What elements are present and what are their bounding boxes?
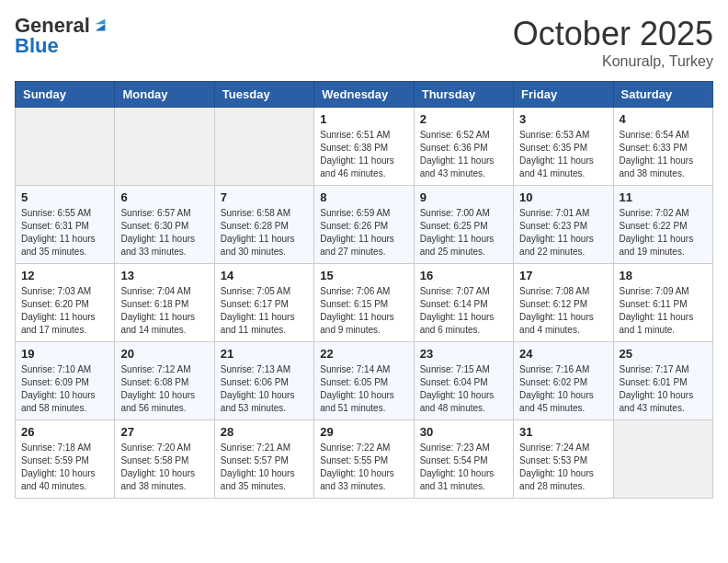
calendar-week-row: 5Sunrise: 6:55 AMSunset: 6:31 PMDaylight… [16, 186, 713, 264]
title-block: October 2025 Konuralp, Turkey [513, 15, 713, 70]
day-info: Sunrise: 6:53 AMSunset: 6:35 PMDaylight:… [519, 129, 607, 180]
calendar-cell: 21Sunrise: 7:13 AMSunset: 6:06 PMDayligh… [214, 342, 313, 420]
calendar-cell [613, 420, 712, 499]
calendar-cell [214, 108, 313, 186]
calendar-table: SundayMondayTuesdayWednesdayThursdayFrid… [15, 81, 713, 499]
logo-icon [92, 17, 108, 34]
day-info: Sunrise: 7:12 AMSunset: 6:08 PMDaylight:… [120, 363, 208, 415]
day-info: Sunrise: 6:52 AMSunset: 6:36 PMDaylight:… [420, 129, 507, 180]
calendar-cell: 1Sunrise: 6:51 AMSunset: 6:38 PMDaylight… [314, 108, 414, 186]
calendar-cell: 2Sunrise: 6:52 AMSunset: 6:36 PMDaylight… [414, 108, 513, 186]
page-header: General Blue October 2025 Konuralp, Turk… [15, 15, 713, 70]
day-info: Sunrise: 7:06 AMSunset: 6:15 PMDaylight:… [320, 285, 407, 337]
logo-blue: Blue [15, 35, 108, 57]
calendar-cell: 8Sunrise: 6:59 AMSunset: 6:26 PMDaylight… [314, 186, 414, 264]
calendar-cell: 14Sunrise: 7:05 AMSunset: 6:17 PMDayligh… [214, 264, 313, 342]
day-info: Sunrise: 7:23 AMSunset: 5:54 PMDaylight:… [420, 442, 507, 493]
day-info: Sunrise: 6:59 AMSunset: 6:26 PMDaylight:… [320, 207, 407, 259]
day-number: 8 [320, 190, 407, 204]
calendar-cell: 4Sunrise: 6:54 AMSunset: 6:33 PMDaylight… [613, 108, 712, 186]
day-number: 18 [620, 269, 707, 282]
month-title: October 2025 [513, 15, 713, 53]
day-number: 25 [620, 347, 707, 361]
day-info: Sunrise: 6:55 AMSunset: 6:31 PMDaylight:… [21, 207, 108, 259]
calendar-cell: 5Sunrise: 6:55 AMSunset: 6:31 PMDaylight… [16, 186, 115, 264]
day-info: Sunrise: 7:22 AMSunset: 5:55 PMDaylight:… [320, 442, 407, 493]
day-info: Sunrise: 7:24 AMSunset: 5:53 PMDaylight:… [519, 442, 607, 493]
day-number: 28 [221, 425, 308, 439]
day-info: Sunrise: 7:04 AMSunset: 6:18 PMDaylight:… [120, 285, 208, 337]
calendar-cell: 29Sunrise: 7:22 AMSunset: 5:55 PMDayligh… [314, 420, 414, 499]
calendar-week-row: 26Sunrise: 7:18 AMSunset: 5:59 PMDayligh… [16, 420, 713, 499]
calendar-cell: 13Sunrise: 7:04 AMSunset: 6:18 PMDayligh… [115, 264, 214, 342]
calendar-cell: 27Sunrise: 7:20 AMSunset: 5:58 PMDayligh… [115, 420, 214, 499]
calendar-cell: 31Sunrise: 7:24 AMSunset: 5:53 PMDayligh… [514, 420, 613, 499]
calendar-cell: 28Sunrise: 7:21 AMSunset: 5:57 PMDayligh… [214, 420, 313, 499]
calendar-cell: 10Sunrise: 7:01 AMSunset: 6:23 PMDayligh… [514, 186, 613, 264]
day-info: Sunrise: 6:57 AMSunset: 6:30 PMDaylight:… [120, 207, 208, 259]
calendar-cell: 3Sunrise: 6:53 AMSunset: 6:35 PMDaylight… [514, 108, 613, 186]
day-number: 16 [420, 269, 507, 282]
calendar-week-row: 12Sunrise: 7:03 AMSunset: 6:20 PMDayligh… [16, 264, 713, 342]
day-info: Sunrise: 6:58 AMSunset: 6:28 PMDaylight:… [221, 207, 308, 259]
svg-marker-1 [96, 19, 106, 24]
day-number: 7 [221, 190, 308, 204]
day-number: 31 [519, 425, 607, 439]
day-info: Sunrise: 7:15 AMSunset: 6:04 PMDaylight:… [420, 363, 507, 415]
calendar-cell: 7Sunrise: 6:58 AMSunset: 6:28 PMDaylight… [214, 186, 313, 264]
day-number: 20 [120, 347, 208, 361]
day-info: Sunrise: 7:09 AMSunset: 6:11 PMDaylight:… [620, 285, 707, 337]
calendar-week-row: 1Sunrise: 6:51 AMSunset: 6:38 PMDaylight… [16, 108, 713, 186]
day-number: 24 [519, 347, 607, 361]
day-info: Sunrise: 7:05 AMSunset: 6:17 PMDaylight:… [221, 285, 308, 337]
day-info: Sunrise: 7:16 AMSunset: 6:02 PMDaylight:… [519, 363, 607, 415]
calendar-cell [16, 108, 115, 186]
calendar-cell: 25Sunrise: 7:17 AMSunset: 6:01 PMDayligh… [613, 342, 712, 420]
day-info: Sunrise: 6:54 AMSunset: 6:33 PMDaylight:… [620, 129, 707, 180]
day-info: Sunrise: 7:02 AMSunset: 6:22 PMDaylight:… [620, 207, 707, 259]
calendar-cell: 19Sunrise: 7:10 AMSunset: 6:09 PMDayligh… [16, 342, 115, 420]
col-header-friday: Friday [514, 82, 613, 108]
day-number: 13 [120, 269, 208, 282]
calendar-cell: 30Sunrise: 7:23 AMSunset: 5:54 PMDayligh… [414, 420, 513, 499]
day-number: 15 [320, 269, 407, 282]
col-header-thursday: Thursday [414, 82, 513, 108]
day-info: Sunrise: 7:10 AMSunset: 6:09 PMDaylight:… [21, 363, 108, 415]
day-number: 23 [420, 347, 507, 361]
day-info: Sunrise: 7:07 AMSunset: 6:14 PMDaylight:… [420, 285, 507, 337]
day-info: Sunrise: 7:00 AMSunset: 6:25 PMDaylight:… [420, 207, 507, 259]
day-number: 17 [519, 269, 607, 282]
col-header-monday: Monday [115, 82, 214, 108]
logo: General Blue [15, 15, 108, 57]
day-number: 5 [21, 190, 108, 204]
calendar-cell: 15Sunrise: 7:06 AMSunset: 6:15 PMDayligh… [314, 264, 414, 342]
calendar-cell: 22Sunrise: 7:14 AMSunset: 6:05 PMDayligh… [314, 342, 414, 420]
day-info: Sunrise: 7:03 AMSunset: 6:20 PMDaylight:… [21, 285, 108, 337]
day-info: Sunrise: 7:20 AMSunset: 5:58 PMDaylight:… [120, 442, 208, 493]
day-number: 21 [221, 347, 308, 361]
day-info: Sunrise: 7:17 AMSunset: 6:01 PMDaylight:… [620, 363, 707, 415]
calendar-cell: 9Sunrise: 7:00 AMSunset: 6:25 PMDaylight… [414, 186, 513, 264]
calendar-cell: 18Sunrise: 7:09 AMSunset: 6:11 PMDayligh… [613, 264, 712, 342]
calendar-cell: 16Sunrise: 7:07 AMSunset: 6:14 PMDayligh… [414, 264, 513, 342]
day-number: 30 [420, 425, 507, 439]
day-info: Sunrise: 7:13 AMSunset: 6:06 PMDaylight:… [221, 363, 308, 415]
calendar-cell: 26Sunrise: 7:18 AMSunset: 5:59 PMDayligh… [16, 420, 115, 499]
calendar-cell: 23Sunrise: 7:15 AMSunset: 6:04 PMDayligh… [414, 342, 513, 420]
day-number: 29 [320, 425, 407, 439]
day-number: 11 [620, 190, 707, 204]
day-number: 1 [320, 112, 407, 126]
day-info: Sunrise: 7:01 AMSunset: 6:23 PMDaylight:… [519, 207, 607, 259]
calendar-header-row: SundayMondayTuesdayWednesdayThursdayFrid… [16, 82, 713, 108]
day-number: 19 [21, 347, 108, 361]
day-info: Sunrise: 7:18 AMSunset: 5:59 PMDaylight:… [21, 442, 108, 493]
day-info: Sunrise: 6:51 AMSunset: 6:38 PMDaylight:… [320, 129, 407, 180]
col-header-wednesday: Wednesday [314, 82, 414, 108]
day-number: 9 [420, 190, 507, 204]
calendar-week-row: 19Sunrise: 7:10 AMSunset: 6:09 PMDayligh… [16, 342, 713, 420]
day-number: 12 [21, 269, 108, 282]
day-number: 14 [221, 269, 308, 282]
calendar-cell: 11Sunrise: 7:02 AMSunset: 6:22 PMDayligh… [613, 186, 712, 264]
day-info: Sunrise: 7:08 AMSunset: 6:12 PMDaylight:… [519, 285, 607, 337]
day-number: 3 [519, 112, 607, 126]
